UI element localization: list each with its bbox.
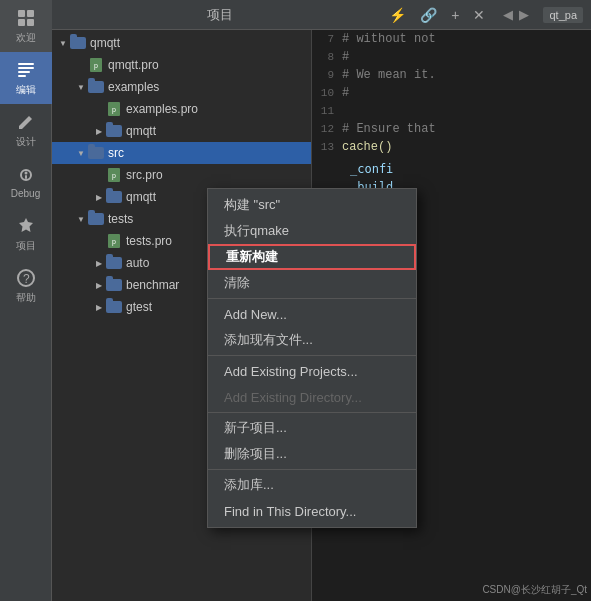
tree-label-gtest: gtest <box>126 300 152 314</box>
svg-rect-7 <box>18 75 26 77</box>
expand-arrow-qmqtt-src <box>92 190 106 204</box>
code-line-10: 10 # <box>312 84 591 102</box>
svg-rect-10 <box>25 175 27 179</box>
menu-item-qmake[interactable]: 执行qmake <box>208 218 416 244</box>
svg-rect-4 <box>18 63 34 65</box>
menu-item-add-library[interactable]: 添加库... <box>208 472 416 498</box>
folder-icon-tests <box>88 211 104 227</box>
tree-item-examples[interactable]: examples <box>52 76 311 98</box>
expand-arrow-qmqtt-sub <box>92 124 106 138</box>
svg-rect-5 <box>18 67 34 69</box>
context-menu: 构建 "src" 执行qmake 重新构建 清除 Add New... 添加现有… <box>207 188 417 528</box>
toolbar: 项目 ⚡ 🔗 + ✕ ◀ ▶ qt_pa <box>52 0 591 30</box>
menu-divider-3 <box>208 412 416 413</box>
folder-icon-benchmar <box>106 277 122 293</box>
code-line-7: 7 # without not <box>312 30 591 48</box>
sidebar-item-debug[interactable]: Debug <box>0 156 52 208</box>
file-icon-src-pro: p <box>106 167 122 183</box>
tree-label-src-pro: src.pro <box>126 168 163 182</box>
menu-divider-1 <box>208 298 416 299</box>
sidebar-item-welcome[interactable]: 欢迎 <box>0 0 52 52</box>
menu-item-add-existing-projects[interactable]: Add Existing Projects... <box>208 358 416 384</box>
tree-item-src-pro[interactable]: p src.pro <box>52 164 311 186</box>
sidebar-item-edit[interactable]: 编辑 <box>0 52 52 104</box>
expand-arrow-examples <box>74 80 88 94</box>
svg-rect-2 <box>18 19 25 26</box>
folder-icon-auto <box>106 255 122 271</box>
tree-label-examples-pro: examples.pro <box>126 102 198 116</box>
watermark: CSDN@长沙红胡子_Qt <box>482 583 587 597</box>
file-icon-qmqtt-pro: p <box>88 57 104 73</box>
code-line-8: 8 # <box>312 48 591 66</box>
file-icon-tests-pro: p <box>106 233 122 249</box>
tree-label-tests: tests <box>108 212 133 226</box>
expand-arrow-src <box>74 146 88 160</box>
sidebar-edit-label: 编辑 <box>16 83 36 97</box>
expand-arrow-benchmar <box>92 278 106 292</box>
main-area: 项目 ⚡ 🔗 + ✕ ◀ ▶ qt_pa qmqtt p qmqtt.pro <box>52 0 591 601</box>
sidebar-debug-label: Debug <box>11 188 40 199</box>
tree-label-examples: examples <box>108 80 159 94</box>
file-icon-examples-pro: p <box>106 101 122 117</box>
tree-label-tests-pro: tests.pro <box>126 234 172 248</box>
menu-item-add-new[interactable]: Add New... <box>208 301 416 327</box>
folder-icon-gtest <box>106 299 122 315</box>
sidebar: 欢迎 编辑 设计 Debug 项目 ? <box>0 0 52 601</box>
content-split: qmqtt p qmqtt.pro examples p examples.pr… <box>52 30 591 601</box>
code-extra-1: _confi <box>350 160 591 178</box>
svg-rect-6 <box>18 71 30 73</box>
menu-item-build[interactable]: 构建 "src" <box>208 192 416 218</box>
code-line-11: 11 <box>312 102 591 120</box>
add-file-btn[interactable]: + <box>447 5 463 25</box>
sidebar-item-design[interactable]: 设计 <box>0 104 52 156</box>
svg-rect-3 <box>27 19 34 26</box>
sidebar-help-label: 帮助 <box>16 291 36 305</box>
tree-item-qmqtt-pro[interactable]: p qmqtt.pro <box>52 54 311 76</box>
filter-btn[interactable]: ⚡ <box>385 5 410 25</box>
expand-arrow-auto <box>92 256 106 270</box>
folder-icon-qmqtt <box>70 35 86 51</box>
code-line-12: 12 # Ensure that <box>312 120 591 138</box>
menu-item-add-existing-dir: Add Existing Directory... <box>208 384 416 410</box>
menu-item-add-file[interactable]: 添加现有文件... <box>208 327 416 353</box>
svg-rect-1 <box>27 10 34 17</box>
tree-label-qmqtt-src: qmqtt <box>126 190 156 204</box>
menu-item-remove-project[interactable]: 删除项目... <box>208 441 416 467</box>
tree-label-qmqtt-sub: qmqtt <box>126 124 156 138</box>
menu-item-new-subproject[interactable]: 新子项目... <box>208 415 416 441</box>
tree-label-benchmar: benchmar <box>126 278 179 292</box>
tree-item-src[interactable]: src <box>52 142 311 164</box>
folder-icon-qmqtt-src <box>106 189 122 205</box>
sidebar-item-help[interactable]: ? 帮助 <box>0 260 52 312</box>
menu-divider-2 <box>208 355 416 356</box>
tree-item-qmqtt[interactable]: qmqtt <box>52 32 311 54</box>
close-btn[interactable]: ✕ <box>469 5 489 25</box>
toolbar-title: 项目 <box>60 6 379 24</box>
tree-item-examples-pro[interactable]: p examples.pro <box>52 98 311 120</box>
menu-item-find[interactable]: Find in This Directory... <box>208 498 416 524</box>
sidebar-design-label: 设计 <box>16 135 36 149</box>
code-line-9: 9 # We mean it. <box>312 66 591 84</box>
sidebar-item-project[interactable]: 项目 <box>0 208 52 260</box>
sidebar-welcome-label: 欢迎 <box>16 31 36 45</box>
tree-label-qmqtt: qmqtt <box>90 36 120 50</box>
expand-arrow-qmqtt <box>56 36 70 50</box>
folder-icon-examples <box>88 79 104 95</box>
svg-text:?: ? <box>23 272 30 286</box>
menu-item-rebuild[interactable]: 重新构建 <box>208 244 416 270</box>
menu-divider-4 <box>208 469 416 470</box>
expand-arrow-gtest <box>92 300 106 314</box>
folder-icon-src <box>88 145 104 161</box>
tree-label-qmqtt-pro: qmqtt.pro <box>108 58 159 72</box>
svg-rect-0 <box>18 10 25 17</box>
editor-tab[interactable]: qt_pa <box>543 7 583 23</box>
sidebar-project-label: 项目 <box>16 239 36 253</box>
link-btn[interactable]: 🔗 <box>416 5 441 25</box>
tree-label-auto: auto <box>126 256 149 270</box>
tree-item-qmqtt-sub[interactable]: qmqtt <box>52 120 311 142</box>
menu-item-clean[interactable]: 清除 <box>208 270 416 296</box>
expand-arrow-tests <box>74 212 88 226</box>
code-line-13: 13 cache() <box>312 138 591 156</box>
tree-label-src: src <box>108 146 124 160</box>
svg-point-9 <box>24 172 27 175</box>
